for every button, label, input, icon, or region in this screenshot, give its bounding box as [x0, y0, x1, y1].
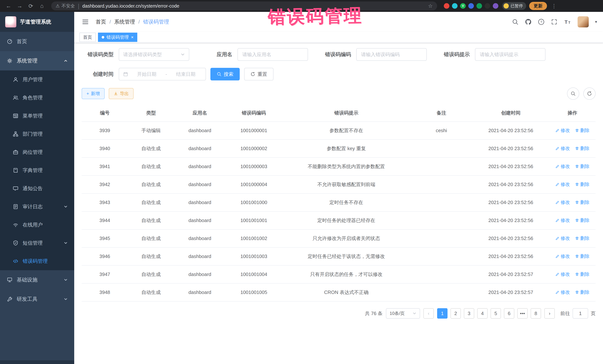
forward-icon[interactable]: →: [15, 1, 24, 10]
help-icon[interactable]: ?: [538, 19, 545, 25]
extension-icon-teal[interactable]: [452, 3, 458, 9]
next-page-button[interactable]: ›: [544, 308, 555, 319]
page-button[interactable]: 8: [531, 308, 541, 319]
edit-link[interactable]: 修改: [556, 127, 570, 133]
prev-page-button[interactable]: ‹: [423, 308, 434, 319]
sidebar-item-menus[interactable]: 菜单管理: [0, 107, 74, 125]
page-button[interactable]: 4: [477, 308, 487, 319]
sidebar-item-dev-tools[interactable]: 研发工具: [0, 289, 74, 309]
sidebar-item-roles[interactable]: 角色管理: [0, 88, 74, 107]
tab-error-code[interactable]: 错误码管理 ×: [98, 33, 137, 42]
browser-update-button[interactable]: 更新: [529, 2, 547, 10]
hamburger-icon[interactable]: [80, 18, 91, 26]
sidebar-item-system[interactable]: 系统管理: [0, 51, 74, 70]
extension-icon-darkgreen[interactable]: [476, 3, 482, 9]
fullscreen-icon[interactable]: [551, 19, 557, 25]
edit-link[interactable]: 修改: [556, 271, 570, 277]
paused-badge[interactable]: 已暂停: [502, 2, 526, 10]
extension-icon-red[interactable]: [444, 3, 449, 9]
search-icon[interactable]: [512, 19, 519, 25]
page-button[interactable]: 3: [464, 308, 474, 319]
back-icon[interactable]: ←: [4, 1, 13, 10]
page-size-select[interactable]: 10条/页: [386, 308, 420, 319]
date-range-picker[interactable]: 开始日期 - 结束日期: [119, 68, 206, 80]
tab-home[interactable]: 首页: [79, 33, 96, 42]
extension-icon-purple[interactable]: [493, 3, 498, 9]
close-icon[interactable]: ×: [131, 35, 134, 39]
edit-link[interactable]: 修改: [556, 163, 570, 169]
sidebar-logo[interactable]: 芋道管理系统: [0, 12, 74, 32]
sidebar-item-sms[interactable]: 短信管理: [0, 234, 74, 252]
delete-link[interactable]: 删除: [575, 271, 590, 277]
extension-icon-dark[interactable]: [485, 3, 490, 9]
sidebar-item-notice[interactable]: 通知公告: [0, 179, 74, 198]
add-button[interactable]: + 新增: [82, 88, 105, 99]
edit-link[interactable]: 修改: [556, 199, 570, 205]
font-size-icon[interactable]: TT: [564, 19, 571, 25]
sidebar-item-infrastructure[interactable]: 基础设施: [0, 270, 74, 289]
error-type-select[interactable]: 请选择错误码类型: [119, 48, 189, 61]
sidebar-item-departments[interactable]: 部门管理: [0, 125, 74, 143]
page-button[interactable]: 5: [491, 308, 501, 319]
cell-id: 3945: [82, 230, 128, 247]
page-button[interactable]: 6: [504, 308, 514, 319]
sidebar-item-online-users[interactable]: 在线用户: [0, 216, 74, 234]
export-button[interactable]: 导出: [109, 88, 134, 99]
search-button[interactable]: 搜索: [210, 68, 240, 80]
sidebar-item-home[interactable]: 首页: [0, 32, 74, 51]
edit-link[interactable]: 修改: [556, 235, 570, 241]
sidebar-item-error-code[interactable]: 错误码管理: [0, 252, 74, 270]
page-button[interactable]: 2: [451, 308, 461, 319]
edit-link[interactable]: 修改: [556, 145, 570, 151]
cell-time: 2021-04-20 23:52:56: [472, 194, 549, 211]
delete-link[interactable]: 删除: [575, 181, 590, 187]
extension-icon-green[interactable]: V: [460, 3, 466, 9]
delete-link[interactable]: 删除: [575, 163, 590, 169]
edit-link[interactable]: 修改: [556, 181, 570, 187]
active-tab-dot: [102, 36, 104, 39]
sidebar-item-users[interactable]: 用户管理: [0, 70, 74, 88]
breadcrumb-home[interactable]: 首页: [96, 18, 106, 25]
delete-link[interactable]: 删除: [575, 145, 590, 151]
filter-row-2: 创建时间 开始日期 - 结束日期 搜索 重置: [82, 68, 596, 80]
delete-link[interactable]: 删除: [575, 199, 590, 205]
security-warning[interactable]: ⚠不安全: [56, 3, 75, 9]
show-search-button[interactable]: [567, 88, 579, 100]
home-icon[interactable]: ⌂: [37, 1, 47, 10]
cell-type: 自动生成: [128, 283, 174, 301]
bookmark-star-icon[interactable]: ☆: [428, 3, 433, 9]
edit-link[interactable]: 修改: [556, 253, 570, 259]
delete-link[interactable]: 删除: [575, 127, 590, 133]
cell-code: 1001000001: [226, 121, 282, 140]
avatar[interactable]: [578, 16, 589, 27]
edit-link[interactable]: 修改: [556, 289, 570, 295]
refresh-table-button[interactable]: [583, 88, 596, 100]
sidebar-item-posts[interactable]: 岗位管理: [0, 143, 74, 161]
delete-link[interactable]: 删除: [575, 289, 590, 295]
edit-link[interactable]: 修改: [556, 217, 570, 223]
avatar-caret-icon[interactable]: ▾: [595, 20, 597, 24]
sidebar-collapse-bar[interactable]: [0, 360, 74, 364]
delete-link[interactable]: 删除: [575, 253, 590, 259]
logo-image: [5, 16, 16, 27]
breadcrumb-system[interactable]: 系统管理: [114, 18, 135, 25]
github-icon[interactable]: [525, 19, 532, 25]
cell-id: 3942: [82, 176, 128, 194]
page-button[interactable]: •••: [517, 308, 528, 319]
delete-link[interactable]: 删除: [575, 217, 590, 223]
reset-button[interactable]: 重置: [244, 68, 274, 80]
goto-page-input[interactable]: [573, 308, 588, 319]
sidebar-item-dict[interactable]: 字典管理: [0, 161, 74, 179]
delete-link[interactable]: 删除: [575, 235, 590, 241]
extension-icon-blue[interactable]: [468, 3, 474, 9]
error-code-input[interactable]: [356, 48, 427, 61]
error-hint-input[interactable]: [475, 48, 545, 61]
page-button[interactable]: 1: [437, 308, 448, 319]
cell-app: dashboard: [174, 157, 226, 176]
sidebar-item-audit-log[interactable]: 审计日志: [0, 198, 74, 216]
cell-code: 1001001004: [226, 265, 282, 283]
refresh-icon[interactable]: ⟳: [26, 1, 36, 10]
kebab-menu-icon[interactable]: ⋮: [550, 3, 558, 9]
url-bar[interactable]: ⚠不安全 | dashboard.yudao.iocoder.cn/system…: [51, 1, 437, 10]
app-name-input[interactable]: [237, 48, 308, 61]
